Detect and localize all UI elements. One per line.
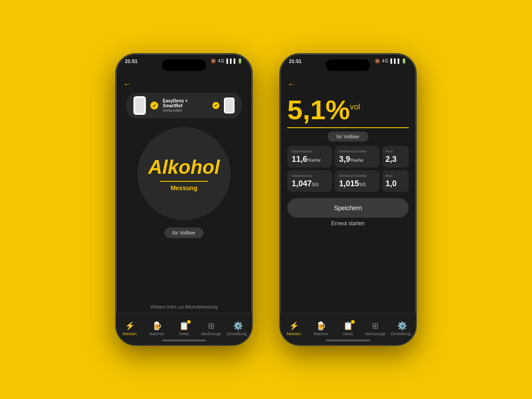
nav-werkzeuge-1[interactable]: ⊞ Werkzeuge [198, 321, 225, 336]
news-dot-2 [351, 320, 355, 324]
batches-icon-1: 🍺 [152, 321, 162, 331]
werkzeuge-icon-1: ⊞ [206, 321, 216, 331]
metric-rest-2: Rest 1,0 [382, 170, 409, 192]
nav-batches-label-1: Batches [150, 332, 164, 336]
fur-vollbier-badge-2[interactable]: für Vollbier [328, 132, 368, 141]
metric-wirklicher-extrakt-2: Wirklicher Extrakt 1,015SG [335, 170, 379, 192]
metric-value-sw2: 1,047SG [292, 180, 328, 188]
back-button-1[interactable]: ← [116, 76, 252, 93]
metric-stammwuerze-2: Stammwürze 1,047SG [287, 170, 332, 192]
save-button[interactable]: Speichern [287, 198, 409, 218]
reading-unit: vol [350, 102, 360, 111]
phone-2: 21:51 🔕 4G ▌▌▌🔋 ← 5,1%vol für Vollbier S… [279, 53, 417, 346]
news-dot-1 [187, 320, 191, 324]
nav-messen-2[interactable]: ⚡ Messen [280, 321, 307, 336]
status-icons-2: 🔕 4G ▌▌▌🔋 [375, 59, 407, 63]
metric-value-we2: 1,015SG [339, 180, 375, 188]
metric-value-we1: 3,9%w/w [339, 155, 375, 164]
vollbier-badge-1[interactable]: für Vollbier [164, 227, 203, 238]
smartref-check: ✓ [212, 102, 219, 109]
dynamic-island-2 [326, 59, 370, 71]
home-indicator-1 [162, 340, 206, 341]
nav-news-label-2: News [343, 332, 353, 336]
phone1-content: ← ✓ EasyDens + SmartRef Verbunden ✓ Alko… [116, 76, 252, 345]
news-icon-1: 📋 [179, 321, 189, 331]
nav-news-2[interactable]: 📋 News [334, 321, 361, 336]
home-indicator-2 [326, 340, 370, 341]
phone2-content: ← 5,1%vol für Vollbier Stammwürze 11,6%w… [280, 76, 416, 345]
metric-title-we1: Wirklicher Extrakt [339, 149, 375, 153]
nav-batches-1[interactable]: 🍺 Batches [143, 321, 170, 336]
reading-value: 5,1%vol [287, 94, 360, 125]
einstellungen-icon-2: ⚙️ [397, 321, 407, 331]
phone-1: 21:51 🔕 4G ▌▌▌🔋 ← ✓ EasyDens + SmartRef … [115, 53, 253, 346]
device-info: EasyDens + SmartRef Verbunden [163, 98, 208, 113]
batches-icon-2: 🍺 [316, 321, 326, 331]
werkzeuge-icon-2: ⊞ [370, 321, 380, 331]
metric-wirklicher-extrakt-1: Wirklicher Extrakt 3,9%w/w [335, 146, 379, 168]
restart-text[interactable]: Erneut starten [287, 220, 409, 227]
status-icons-1: 🔕 4G ▌▌▌🔋 [211, 59, 243, 63]
metric-value-rest1: 2,3 [386, 155, 405, 164]
nav-werkzeuge-label-2: Werkzeuge [365, 332, 385, 336]
news-icon-2: 📋 [343, 321, 353, 331]
metric-rest-1: Rest 2,3 [382, 146, 409, 168]
nav-messen-label-1: Messen [123, 332, 137, 336]
nav-einstellungen-label-2: Einstellung... [391, 332, 414, 336]
messen-icon-1: ⚡ [125, 321, 135, 331]
nav-einstellungen-2[interactable]: ⚙️ Einstellung... [389, 321, 416, 336]
metric-title-sw2: Stammwürze [292, 174, 328, 178]
metric-value-rest2: 1,0 [386, 180, 405, 188]
metric-value-sw1: 11,6%w/w [292, 155, 328, 164]
status-time-2: 21:51 [289, 59, 301, 64]
metric-title-we2: Wirklicher Extrakt [339, 174, 375, 178]
easydens-check: ✓ [150, 102, 158, 110]
messen-icon-2: ⚡ [289, 321, 299, 331]
metric-title-rest2: Rest [386, 174, 405, 178]
nav-messen-label-2: Messen [287, 332, 301, 336]
alkohol-label: Alkohol [148, 156, 219, 178]
big-reading: 5,1%vol [287, 93, 409, 125]
phone2-main: 5,1%vol für Vollbier Stammwürze 11,6%w/w… [280, 93, 416, 313]
metric-stammwuerze-1: Stammwürze 11,6%w/w [287, 146, 332, 168]
device-banner: ✓ EasyDens + SmartRef Verbunden ✓ [126, 93, 242, 118]
metrics-grid-row1: Stammwürze 11,6%w/w Wirklicher Extrakt 3… [287, 146, 409, 168]
nav-news-1[interactable]: 📋 News [170, 321, 197, 336]
einstellungen-icon-1: ⚙️ [233, 321, 243, 331]
metric-title-sw1: Stammwürze [292, 149, 328, 153]
nav-einstellungen-1[interactable]: ⚙️ Einstellung... [225, 321, 252, 336]
info-text-1[interactable]: Weitere Infos zur Alkoholmessung [150, 305, 217, 309]
back-button-2[interactable]: ← [280, 76, 416, 93]
nav-news-label-1: News [179, 332, 189, 336]
smartref-icon [224, 98, 235, 113]
status-time-1: 21:51 [125, 59, 137, 64]
nav-einstellungen-label-1: Einstellung... [227, 332, 250, 336]
nav-werkzeuge-label-1: Werkzeuge [201, 332, 221, 336]
fur-vollbier-center: für Vollbier [287, 132, 409, 141]
dynamic-island-1 [162, 59, 206, 71]
reading-divider [287, 127, 409, 128]
metrics-grid-row2: Stammwürze 1,047SG Wirklicher Extrakt 1,… [287, 170, 409, 192]
nav-batches-label-2: Batches [314, 332, 329, 336]
nav-messen-1[interactable]: ⚡ Messen [116, 321, 143, 336]
easydens-icon [133, 96, 146, 115]
nav-werkzeuge-2[interactable]: ⊞ Werkzeuge [362, 321, 389, 336]
device-name: EasyDens + SmartRef [163, 98, 208, 108]
messung-label: Messung [160, 181, 208, 192]
nav-batches-2[interactable]: 🍺 Batches [307, 321, 334, 336]
device-status: Verbunden [163, 108, 208, 113]
metric-title-rest1: Rest [386, 149, 405, 153]
phone1-main: ✓ EasyDens + SmartRef Verbunden ✓ Alkoho… [116, 93, 252, 313]
main-circle[interactable]: Alkohol Messung [137, 127, 231, 220]
